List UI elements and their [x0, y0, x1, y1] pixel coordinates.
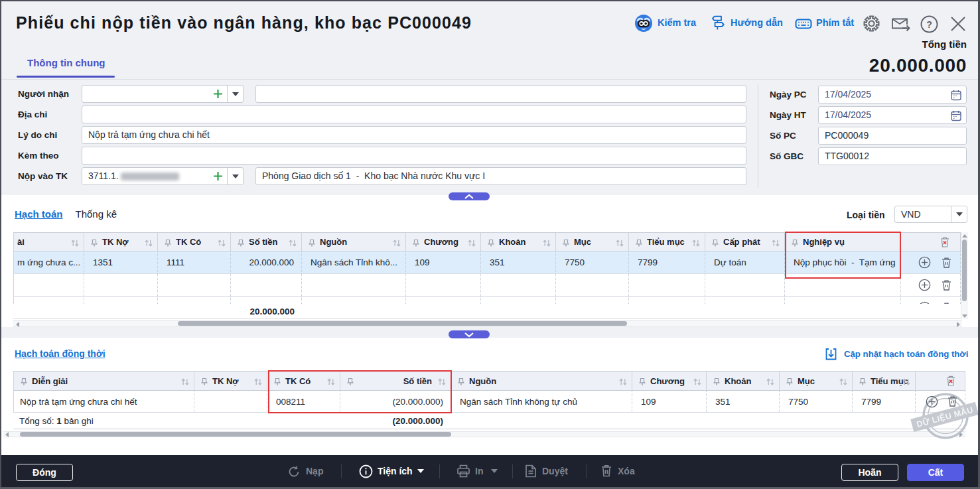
svg-text:?: ?: [926, 19, 932, 30]
